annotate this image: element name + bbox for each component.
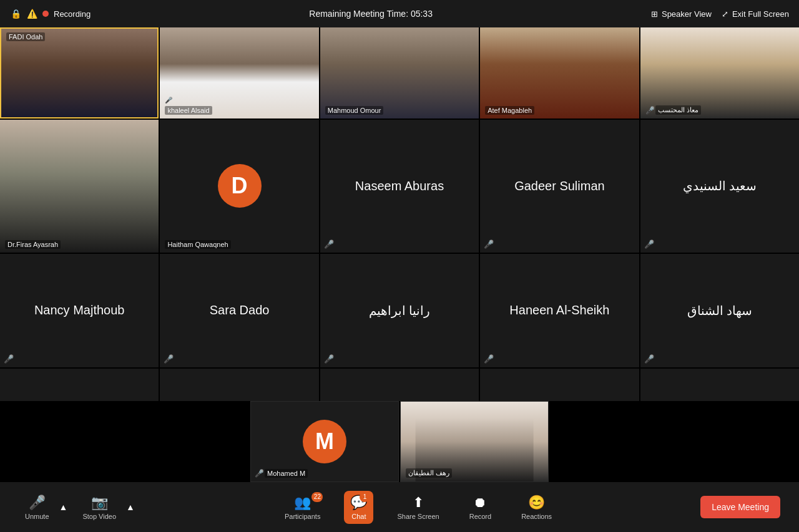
mute-icon: 🎤 [4,354,14,364]
toolbar-left: 🎤 Unmute ▲ 📷 Stop Video ▲ [19,491,136,524]
tile-label: Mohamed M [265,469,308,478]
mute-icon: 🎤 [644,239,654,249]
mic-icon: 🎤 [29,495,46,511]
toolbar-center: 👥 Participants 22 💬 Chat 1 ⬆ Share Scree… [278,491,558,524]
tile-fadi-odah: FADI Odah [0,27,159,118]
tile-label: Atef Magableh [485,106,534,115]
exit-fullscreen-button[interactable]: ⤢ Exit Full Screen [722,9,789,19]
recording-dot [42,11,49,17]
top-bar-left: 🔒 ⚠️ Recording [10,8,91,19]
tile-gadeer: Gadeer Suliman 🎤 [480,120,639,252]
tile-atef-magableh: Atef Magableh [480,27,639,118]
tile-haitham: D Haitham Qawaqneh [160,120,318,252]
leave-meeting-button[interactable]: Leave Meeting [700,496,780,518]
chat-badge: 1 [360,492,370,502]
tile-label: FADI Odah [6,32,45,41]
tile-label: Haitham Qawaqneh [165,240,230,249]
tile-nancy: Nancy Majthoub 🎤 [0,254,159,367]
mute-icon: 🎤 [255,469,264,478]
tile-naseem: Naseem Aburas 🎤 [320,120,479,252]
meeting-timer: Remaining Meeting Time: 05:33 [309,9,433,19]
mute-icon-muath: 🎤 [645,106,655,115]
tile-mahmoud-omour: Mahmoud Omour [320,27,479,118]
video-caret-button[interactable]: ▲ [125,501,136,513]
chat-button[interactable]: 💬 Chat 1 [344,491,373,524]
tile-label: khaleel Alsaid [165,106,212,115]
participants-button[interactable]: 👥 Participants 22 [278,491,326,524]
participants-count-badge: 22 [311,492,323,502]
top-bar-right: ⊞ Speaker View ⤢ Exit Full Screen [651,9,789,19]
mute-icon: 🎤 [484,239,494,249]
mute-icon: 🎤 [324,354,334,364]
mute-icon: 🎤 [484,354,494,364]
share-screen-icon: ⬆ [413,495,424,511]
bottom-toolbar: 🎤 Unmute ▲ 📷 Stop Video ▲ 👥 Participants… [0,482,799,532]
tile-haneen: Haneen Al-Sheikh 🎤 [480,254,639,367]
tile-label: رهف الفطيقان [406,468,452,478]
top-bar: 🔒 ⚠️ Recording Remaining Meeting Time: 0… [0,0,799,27]
tile-khaleel-alsaid: 🎤 khaleel Alsaid [160,27,318,118]
video-icon: 📷 [91,495,108,511]
tile-saeed: سعيد السنيدي 🎤 [640,120,799,252]
recording-label: Recording [54,9,91,19]
participants-icon: 👥 [294,495,311,511]
record-icon: ⏺ [473,495,487,511]
shield-icon: 🔒 [10,8,21,19]
mute-icon: 🎤 [164,354,174,364]
tile-label: معاذ المحتسب [655,105,701,115]
mic-caret-button[interactable]: ▲ [58,501,69,513]
tile-sara: Sara Dado 🎤 [160,254,318,367]
fullscreen-icon: ⤢ [722,9,728,19]
tile-suhad: سهاد الشناق 🎤 [640,254,799,367]
share-screen-button[interactable]: ⬆ Share Screen [391,491,445,524]
tile-dr-firas: Dr.Firas Ayasrah [0,120,159,252]
tile-label: Dr.Firas Ayasrah [5,240,61,249]
toolbar-right: Leave Meeting [700,496,780,518]
reactions-button[interactable]: 😊 Reactions [515,491,558,524]
reactions-icon: 😊 [528,495,545,511]
unmute-button[interactable]: 🎤 Unmute [19,491,56,524]
tile-label: Mahmoud Omour [325,106,384,115]
warning-icon: ⚠️ [26,8,37,19]
mute-icon: 🎤 [644,354,654,364]
record-button[interactable]: ⏺ Record [463,491,498,524]
tile-mute-icon: 🎤 [165,97,172,104]
tile-rahaf: رهف الفطيقان [400,401,549,482]
speaker-view-icon: ⊞ [651,9,658,19]
mute-icon: 🎤 [324,239,334,249]
stop-video-button[interactable]: 📷 Stop Video [76,491,122,524]
speaker-view-button[interactable]: ⊞ Speaker View [651,9,712,19]
tile-mohamed-m: M 🎤 Mohamed M [250,401,399,482]
tile-rania: رانيا ابراهيم 🎤 [320,254,479,367]
bottom-row-tiles: M 🎤 Mohamed M رهف الفطيقان [0,401,799,482]
tile-muath: 🎤 معاذ المحتسب [640,27,799,118]
